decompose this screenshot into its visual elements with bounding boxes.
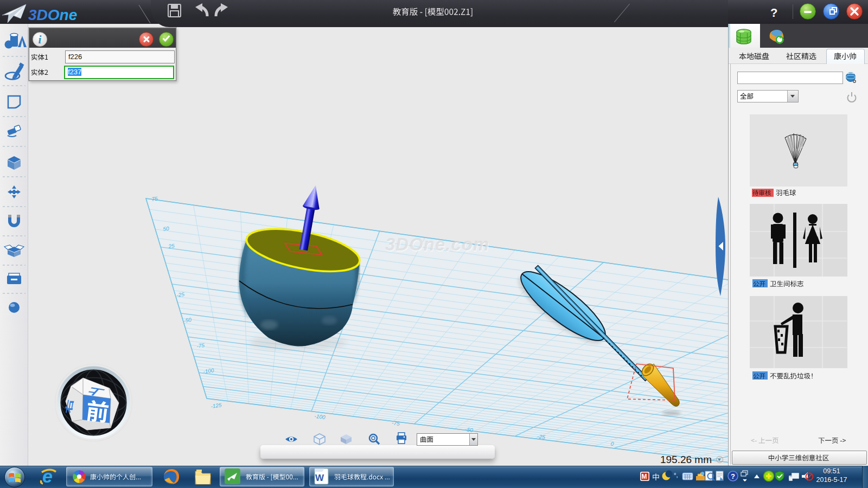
svg-text:75: 75: [151, 195, 158, 202]
svg-text:-75: -75: [196, 342, 205, 349]
svg-text:-50: -50: [465, 426, 474, 433]
svg-text:-50: -50: [183, 317, 192, 324]
svg-text:-100: -100: [314, 413, 326, 421]
svg-text:-75: -75: [392, 420, 400, 427]
svg-text:50: 50: [163, 225, 170, 232]
svg-text:3DOne.com: 3DOne.com: [385, 234, 489, 254]
svg-text:25: 25: [168, 242, 175, 249]
svg-text:-25: -25: [176, 291, 185, 298]
svg-text:-125: -125: [210, 402, 222, 409]
svg-text:-25: -25: [537, 433, 546, 440]
